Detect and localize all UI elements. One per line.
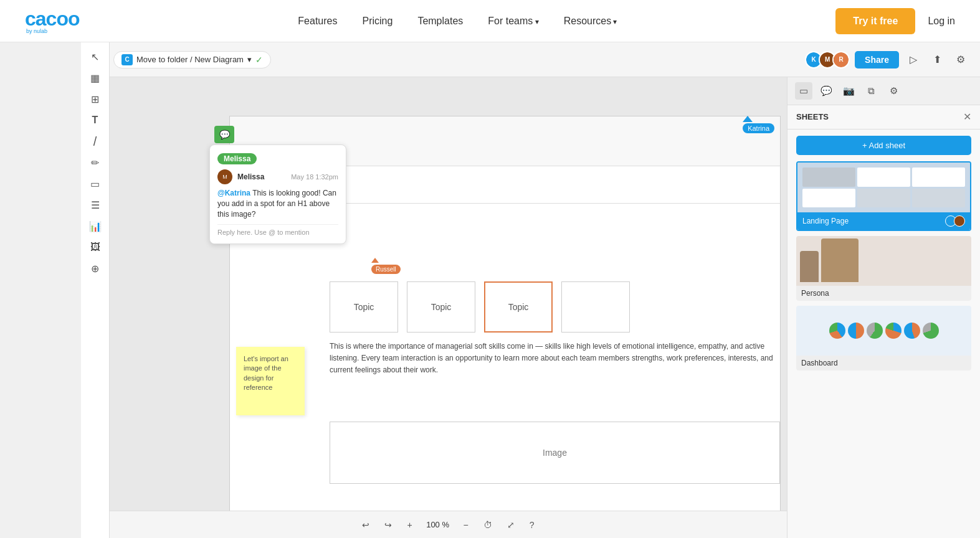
sheet-grid [797, 163, 970, 212]
avatar-3: R [832, 51, 850, 68]
sticky-note[interactable]: Let's import an image of the design for … [236, 347, 305, 415]
undo-button[interactable]: ↩ [357, 517, 374, 532]
zoom-out-button[interactable]: − [459, 517, 473, 532]
topic-row: Topic Topic Topic [330, 281, 630, 333]
cursor-russell: Russell [371, 258, 401, 274]
sheet-persona-thumb [796, 236, 971, 286]
sheet-persona[interactable]: Persona [796, 236, 971, 301]
play-button[interactable]: ▷ [904, 50, 923, 69]
login-button[interactable]: Log in [928, 16, 955, 27]
left-sidebar: ↖ ▦ ⊞ T / ✏ ▭ ☰ 📊 🖼 ⊕ [81, 42, 110, 538]
breadcrumb-text: Move to folder / New Diagram [136, 55, 244, 64]
sheet-landing-name: Landing Page [802, 217, 849, 225]
history-button[interactable]: ⏱ [478, 517, 497, 532]
line-tool[interactable]: / [86, 132, 105, 151]
frame-tool[interactable]: ▭ [86, 174, 105, 193]
add-sheet-button[interactable]: + Add sheet [796, 136, 971, 155]
comment-avatar: M [217, 169, 232, 184]
nav-templates[interactable]: Templates [417, 16, 463, 27]
sheet-landing-avatars [948, 215, 965, 227]
canvas-toolbar-bottom: ↩ ↪ + 100 % − ⏱ ⤢ ? [110, 511, 787, 538]
tab-comment-icon[interactable]: 💬 [817, 82, 835, 100]
table-tool[interactable]: ▦ [86, 68, 105, 87]
comment-card: Melissa M Melissa May 18 1:32pm @Katrina… [209, 144, 346, 244]
share-button[interactable]: Share [855, 51, 899, 68]
comment-author-tag: Melissa [217, 153, 257, 164]
help-button[interactable]: ? [525, 517, 540, 532]
cursor-arrow-russell [371, 258, 379, 263]
add-button[interactable]: + [402, 517, 417, 532]
canvas-topbar: ‹ C Move to folder / New Diagram ▾ ✓ K M [81, 42, 980, 77]
comment-icon[interactable]: 💬 [214, 126, 234, 143]
grid-tool[interactable]: ⊞ [86, 90, 105, 108]
topic-box-3: Topic [484, 281, 553, 333]
check-icon: ✓ [255, 55, 263, 65]
comment-reply-area[interactable]: Reply here. Use @ to mention [217, 224, 338, 236]
try-free-button[interactable]: Try it free [835, 8, 915, 34]
canvas-inner: ▭ 💬 📷 ⧉ ⚙ SHEETS ✕ + Add sheet [110, 77, 980, 538]
export-button[interactable]: ⬆ [928, 50, 946, 69]
comment-name: Melissa [237, 172, 264, 181]
sheet-dashboard-footer: Dashboard [796, 356, 971, 370]
logo[interactable]: cacoo by nulab [25, 7, 79, 34]
cursor-tool[interactable]: ↖ [86, 47, 105, 66]
body-text: This is where the importance of manageri… [330, 341, 774, 377]
cursor-arrow-katrina [743, 116, 753, 122]
sheet-dashboard-thumb [796, 306, 971, 356]
avatar-group: K M R [805, 51, 850, 68]
main-area: ↖ ▦ ⊞ T / ✏ ▭ ☰ 📊 🖼 ⊕ ‹ C Move to folder… [0, 42, 980, 538]
topbar-left: ‹ C Move to folder / New Diagram ▾ ✓ [91, 51, 271, 68]
nav-features[interactable]: Features [298, 16, 337, 27]
image-placeholder: Image [330, 422, 780, 484]
topic-box-1: Topic [330, 281, 398, 333]
sheet-landing-page[interactable]: Landing Page [796, 161, 971, 231]
navbar: cacoo by nulab Features Pricing Template… [0, 0, 980, 42]
plugin-tool[interactable]: ⊕ [86, 259, 105, 278]
tab-copy-icon[interactable]: ⧉ [862, 82, 880, 100]
image-tool[interactable]: 🖼 [86, 238, 105, 257]
canvas-content[interactable]: ▭ 💬 📷 ⧉ ⚙ SHEETS ✕ + Add sheet [110, 77, 980, 538]
logo-sub: by nulab [26, 28, 47, 34]
tab-settings-icon[interactable]: ⚙ [885, 82, 902, 100]
cursor-label-katrina: Katrina [743, 123, 774, 133]
nav-for-teams[interactable]: For teams [488, 16, 538, 27]
settings-topbar-button[interactable]: ⚙ [951, 50, 970, 69]
pencil-tool[interactable]: ✏ [86, 153, 105, 172]
redo-button[interactable]: ↪ [379, 517, 397, 532]
zoom-level: 100 % [422, 520, 454, 529]
comment-header: M Melissa May 18 1:32pm [217, 169, 338, 184]
comment-mention: @Katrina [217, 189, 250, 197]
chart-tool[interactable]: 📊 [86, 217, 105, 235]
cacoo-icon: C [121, 54, 133, 65]
nav-resources[interactable]: Resources [564, 16, 617, 27]
list-tool[interactable]: ☰ [86, 196, 105, 214]
sheet-dashboard-name: Dashboard [801, 359, 838, 367]
comment-bubble: 💬 Melissa M Melissa May 18 1:32pm @Katri… [209, 126, 346, 244]
sheet-persona-footer: Persona [796, 286, 971, 301]
breadcrumb[interactable]: C Move to folder / New Diagram ▾ ✓ [113, 51, 271, 68]
right-panel-tabs: ▭ 💬 📷 ⧉ ⚙ [787, 77, 980, 105]
sheets-title: SHEETS [796, 112, 829, 121]
sheets-header: SHEETS ✕ [787, 105, 980, 130]
canvas-wrapper: ‹ C Move to folder / New Diagram ▾ ✓ K M [81, 42, 980, 538]
right-panel: SHEETS ✕ + Add sheet [787, 105, 980, 538]
logo-text: cacoo [25, 7, 79, 31]
nav-pricing[interactable]: Pricing [362, 16, 392, 27]
breadcrumb-arrow-icon: ▾ [247, 55, 252, 64]
sheets-close-button[interactable]: ✕ [963, 111, 971, 123]
cursor-katrina: Katrina [743, 116, 774, 133]
comment-time: May 18 1:32pm [291, 173, 338, 181]
topbar-right: K M R Share ▷ ⬆ ⚙ [805, 50, 970, 69]
sheet-dashboard[interactable]: Dashboard [796, 306, 971, 370]
text-tool[interactable]: T [86, 111, 105, 130]
sheet-landing-thumb [797, 163, 970, 212]
topic-box-4 [561, 281, 630, 333]
sheet-persona-name: Persona [801, 289, 829, 298]
sheet-landing-footer: Landing Page [797, 212, 970, 230]
tab-video-icon[interactable]: 📷 [840, 82, 857, 100]
topic-box-2: Topic [407, 281, 475, 333]
fit-button[interactable]: ⤢ [502, 517, 520, 532]
cursor-label-russell: Russell [371, 265, 401, 274]
comment-text: @Katrina This is looking good! Can you a… [217, 188, 338, 219]
tab-pages-icon[interactable]: ▭ [795, 82, 812, 100]
